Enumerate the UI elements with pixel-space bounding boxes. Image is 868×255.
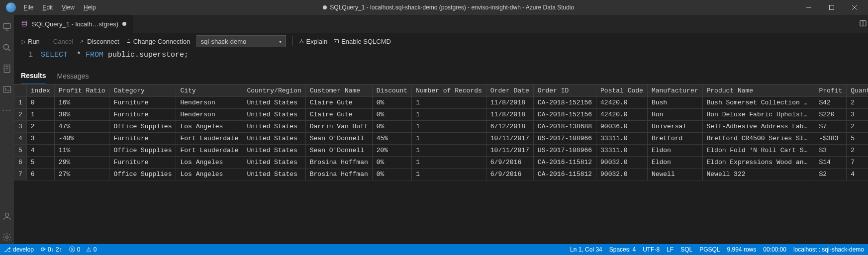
data-cell[interactable]: Fort Lauderdale: [176, 145, 243, 157]
data-cell[interactable]: United States: [243, 145, 305, 157]
column-header[interactable]: Country/Region: [243, 85, 305, 97]
data-cell[interactable]: 1: [412, 133, 486, 145]
cancel-button[interactable]: Cancel: [46, 38, 73, 45]
status-language[interactable]: SQL: [680, 246, 692, 253]
data-cell[interactable]: Furniture: [109, 97, 176, 109]
run-button[interactable]: ▷Run: [21, 38, 40, 45]
data-cell[interactable]: Universal: [647, 121, 702, 133]
column-header[interactable]: Postal Code: [596, 85, 648, 97]
data-cell[interactable]: Bretford CR4500 Series Slim Rectan…: [702, 133, 815, 145]
row-number-cell[interactable]: 6: [14, 157, 27, 169]
column-header[interactable]: Quant: [847, 85, 868, 97]
data-cell[interactable]: 33311.0: [596, 133, 648, 145]
row-number-cell[interactable]: 5: [14, 145, 27, 157]
data-cell[interactable]: $2: [815, 169, 847, 180]
account-icon[interactable]: [0, 209, 14, 223]
data-cell[interactable]: United States: [243, 97, 305, 109]
data-cell[interactable]: Fort Lauderdale: [176, 133, 243, 145]
data-cell[interactable]: 1: [412, 145, 486, 157]
data-cell[interactable]: 1: [412, 97, 486, 109]
data-cell[interactable]: 6/9/2016: [486, 169, 533, 180]
data-cell[interactable]: $3: [815, 145, 847, 157]
data-cell[interactable]: Bush: [647, 97, 702, 109]
data-cell[interactable]: Office Supplies: [109, 169, 176, 180]
data-cell[interactable]: 2: [26, 121, 54, 133]
data-cell[interactable]: Los Angeles: [176, 169, 243, 180]
code-editor[interactable]: 1 SELECT * FROM public.superstore;: [14, 50, 868, 67]
search-icon[interactable]: [0, 41, 14, 55]
data-cell[interactable]: Eldon Expressions Wood and Plastic…: [702, 157, 815, 169]
settings-icon[interactable]: [0, 230, 14, 244]
data-cell[interactable]: 20%: [372, 145, 411, 157]
disconnect-button[interactable]: Disconnect: [79, 38, 119, 45]
data-cell[interactable]: Brosina Hoffman: [305, 169, 372, 180]
data-cell[interactable]: Eldon: [647, 145, 702, 157]
data-cell[interactable]: CA-2018-152156: [533, 109, 596, 121]
data-cell[interactable]: 11%: [54, 145, 109, 157]
minimize-button[interactable]: [797, 0, 820, 15]
data-cell[interactable]: 1: [412, 169, 486, 180]
data-cell[interactable]: Brosina Hoffman: [305, 157, 372, 169]
table-row[interactable]: 7627%Office SuppliesLos AngelesUnited St…: [14, 169, 868, 180]
data-cell[interactable]: 6/12/2018: [486, 121, 533, 133]
data-cell[interactable]: 6/9/2016: [486, 157, 533, 169]
row-number-header[interactable]: [14, 85, 27, 97]
table-row[interactable]: 43-40%FurnitureFort LauderdaleUnited Sta…: [14, 133, 868, 145]
row-number-cell[interactable]: 7: [14, 169, 27, 180]
data-cell[interactable]: Hon: [647, 109, 702, 121]
table-row[interactable]: 2130%FurnitureHendersonUnited StatesClai…: [14, 109, 868, 121]
data-cell[interactable]: 0: [26, 97, 54, 109]
data-cell[interactable]: United States: [243, 121, 305, 133]
row-number-cell[interactable]: 2: [14, 109, 27, 121]
column-header[interactable]: Profit: [815, 85, 847, 97]
data-cell[interactable]: 0%: [372, 97, 411, 109]
menu-help[interactable]: Help: [80, 2, 100, 13]
data-cell[interactable]: 45%: [372, 133, 411, 145]
status-eol[interactable]: LF: [667, 246, 674, 253]
column-header[interactable]: index: [26, 85, 54, 97]
data-cell[interactable]: 2: [847, 121, 868, 133]
data-cell[interactable]: Sean O'Donnell: [305, 133, 372, 145]
column-header[interactable]: Number of Records: [412, 85, 486, 97]
status-cursor[interactable]: Ln 1, Col 34: [570, 246, 602, 253]
data-cell[interactable]: Los Angeles: [176, 121, 243, 133]
data-cell[interactable]: 10/11/2017: [486, 145, 533, 157]
data-cell[interactable]: 11/8/2018: [486, 97, 533, 109]
data-cell[interactable]: 6: [26, 169, 54, 180]
data-cell[interactable]: Office Supplies: [109, 121, 176, 133]
data-cell[interactable]: 30%: [54, 109, 109, 121]
notebooks-icon[interactable]: [0, 62, 14, 76]
data-cell[interactable]: Eldon Fold 'N Roll Cart System: [702, 145, 815, 157]
data-cell[interactable]: 4: [26, 145, 54, 157]
data-cell[interactable]: US-2017-108966: [533, 145, 596, 157]
data-cell[interactable]: CA-2018-152156: [533, 97, 596, 109]
data-cell[interactable]: Hon Deluxe Fabric Upholstered Stac…: [702, 109, 815, 121]
editor-tab-sqlquery1[interactable]: SQLQuery_1 - localh…stgres): [14, 15, 133, 33]
column-header[interactable]: Order ID: [533, 85, 596, 97]
data-cell[interactable]: 1: [412, 109, 486, 121]
data-cell[interactable]: Newell: [647, 169, 702, 180]
data-cell[interactable]: 2: [847, 145, 868, 157]
tab-messages[interactable]: Messages: [57, 72, 89, 84]
status-spaces[interactable]: Spaces: 4: [609, 246, 636, 253]
data-cell[interactable]: Henderson: [176, 97, 243, 109]
status-rows[interactable]: 9,994 rows: [727, 246, 757, 253]
data-cell[interactable]: -$383: [815, 133, 847, 145]
connection-dropdown[interactable]: sql-shack-demo: [196, 35, 286, 47]
data-cell[interactable]: 90032.0: [596, 157, 648, 169]
data-cell[interactable]: Los Angeles: [176, 157, 243, 169]
data-cell[interactable]: 42420.0: [596, 97, 648, 109]
table-row[interactable]: 5411%Office SuppliesFort LauderdaleUnite…: [14, 145, 868, 157]
data-cell[interactable]: 42420.0: [596, 109, 648, 121]
close-button[interactable]: [843, 0, 866, 15]
more-icon[interactable]: ···: [0, 103, 14, 117]
split-editor-icon[interactable]: [859, 19, 867, 28]
data-cell[interactable]: 11/8/2018: [486, 109, 533, 121]
data-cell[interactable]: US-2017-108966: [533, 133, 596, 145]
data-cell[interactable]: CA-2018-138688: [533, 121, 596, 133]
table-row[interactable]: 3247%Office SuppliesLos AngelesUnited St…: [14, 121, 868, 133]
data-cell[interactable]: CA-2016-115812: [533, 157, 596, 169]
data-cell[interactable]: United States: [243, 133, 305, 145]
data-cell[interactable]: 90036.0: [596, 121, 648, 133]
data-cell[interactable]: Newell 322: [702, 169, 815, 180]
